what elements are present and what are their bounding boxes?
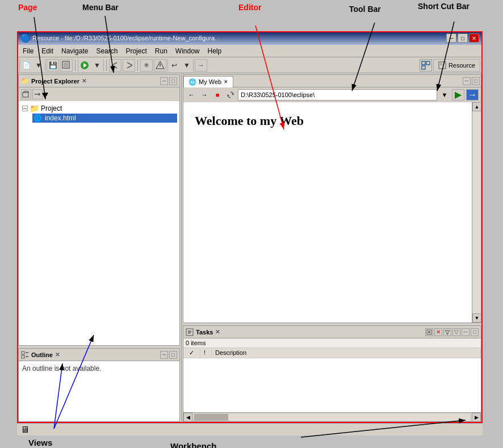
run-button[interactable] [78,59,91,72]
save-all-button[interactable] [60,59,73,72]
editor-annotation: Editor [238,3,261,12]
outline-title-left: Outline ✕ [21,351,60,359]
tasks-add-button[interactable] [425,328,433,336]
panel-minimize-button[interactable]: ─ [160,77,168,85]
menu-search[interactable]: Search [93,47,121,56]
outline-close[interactable]: ✕ [55,351,60,358]
tasks-maximize-button[interactable]: □ [471,328,479,336]
back-button[interactable]: ← [186,89,197,101]
go-button[interactable]: ▶ [452,89,464,101]
scroll-down-button[interactable]: ▼ [472,313,481,323]
file-item[interactable]: 🌐 index.html [32,114,177,123]
url-input[interactable] [238,89,437,101]
svg-line-6 [127,62,132,65]
tasks-minimize-button[interactable]: ─ [462,328,470,336]
file-icon: 🌐 [33,114,42,122]
menu-window[interactable]: Window [172,47,203,56]
editor-maximize[interactable]: □ [472,77,480,85]
title-bar-text: Resource - file:/D:/R33/0525-0100/eclips… [32,35,220,41]
minimize-button[interactable]: ─ [446,34,456,43]
explorer-dropdown[interactable]: ▼ [44,91,49,97]
editor-minimize[interactable]: ─ [463,77,471,85]
menu-run[interactable]: Run [152,47,171,56]
stop-button[interactable]: ■ [212,89,223,101]
run-dropdown-button[interactable]: ▼ [91,59,103,72]
tab-title: My Web [199,78,221,85]
editor-tab-myweb[interactable]: 🌐 My Web ✕ [183,76,233,87]
perspectives-icon[interactable] [420,59,432,72]
collapse-all-button[interactable] [21,89,31,99]
refresh-button[interactable] [225,89,236,101]
main-content: 📁 Project Explorer ✕ ─ □ [17,73,483,423]
resource-perspective-button[interactable]: Resource [433,59,480,72]
tool-extra-1[interactable]: ✳ [140,59,153,72]
tasks-col-description: Description [212,348,481,358]
menu-help[interactable]: Help [204,47,225,56]
next-button[interactable] [123,59,135,72]
close-button[interactable]: ✕ [469,34,479,43]
outline-minimize[interactable]: ─ [160,351,168,359]
editor-main-row: Welcome to my Web ▲ ▼ [183,102,481,323]
menu-bar: File Edit Navigate Search Project Run Wi… [17,45,483,57]
url-dropdown[interactable]: ▼ [439,89,450,101]
editor-tab-bar: 🌐 My Web ✕ ─ □ [183,75,481,87]
save-button[interactable]: 💾 [47,59,59,72]
open-external-button[interactable]: → [466,89,479,101]
svg-rect-11 [426,61,430,65]
tab-close-icon[interactable]: ✕ [224,79,228,85]
svg-marker-34 [445,330,450,334]
outline-icon [21,351,29,359]
title-bar-left: 🔵 Resource - file:/D:/R33/0525-0100/ecli… [20,34,220,43]
tasks-title: Tasks [196,329,213,336]
tasks-titlebar: Tasks ✕ ✕ ▽ ─ □ [183,326,481,338]
tool-bar: 📄 ▼ 💾 ▼ ✳ ↩ ▼ → [17,57,483,73]
toolbar-separator-3 [137,60,138,71]
prev-button[interactable] [109,59,121,72]
scroll-track[interactable] [472,111,481,313]
tasks-column-header: ✓ ! Description [183,348,481,358]
svg-rect-14 [440,63,442,65]
svg-rect-21 [22,351,24,354]
maximize-button[interactable]: □ [458,34,468,43]
tasks-filter-button[interactable] [443,328,451,336]
outline-panel: Outline ✕ ─ □ An outline is not availabl… [18,348,180,422]
status-icon: 🖥 [20,425,30,435]
tool-extra-4[interactable]: → [195,59,207,72]
scroll-left-button[interactable]: ◀ [183,413,192,422]
menu-file[interactable]: File [19,47,37,56]
scroll-right-button[interactable]: ▶ [472,413,481,422]
new-dropdown-button[interactable]: ▼ [32,59,45,72]
editor-welcome-text: Welcome to my Web [195,114,460,128]
status-bar: 🖥 [17,423,483,436]
svg-rect-12 [422,66,425,69]
svg-rect-15 [23,93,28,97]
project-tree: ─ 📁 Project 🌐 index.html [19,101,179,345]
tasks-col-priority: ! [200,348,212,358]
tasks-controls: ✕ ▽ ─ □ [425,328,479,336]
menu-edit[interactable]: Edit [38,47,57,56]
tasks-close[interactable]: ✕ [215,329,220,335]
menu-navigate[interactable]: Navigate [58,47,91,56]
h-scroll-track[interactable] [194,413,471,421]
tool-extra-3[interactable]: ↩ [168,59,181,72]
project-tree-root[interactable]: ─ 📁 Project [21,103,177,114]
project-explorer-close[interactable]: ✕ [82,78,86,84]
link-editor-button[interactable] [32,89,43,99]
svg-rect-22 [22,355,24,358]
forward-button[interactable]: → [199,89,210,101]
tool-extra-dropdown[interactable]: ▼ [181,59,193,72]
menu-project[interactable]: Project [122,47,150,56]
tasks-dropdown-button[interactable]: ▽ [452,328,460,336]
new-file-group: 📄 ▼ [19,59,45,72]
panel-maximize-button[interactable]: □ [169,77,177,85]
outline-maximize[interactable]: □ [169,351,177,359]
project-name: Project [41,104,62,112]
h-scroll-thumb [194,414,228,421]
svg-marker-20 [39,93,40,96]
tasks-delete-button[interactable]: ✕ [434,328,442,336]
new-file-button[interactable]: 📄 [20,59,32,72]
tree-expand-icon[interactable]: ─ [22,106,28,111]
tool-extra-2[interactable] [154,59,166,72]
scroll-up-button[interactable]: ▲ [472,102,481,111]
tasks-title-left: Tasks ✕ [186,328,220,336]
